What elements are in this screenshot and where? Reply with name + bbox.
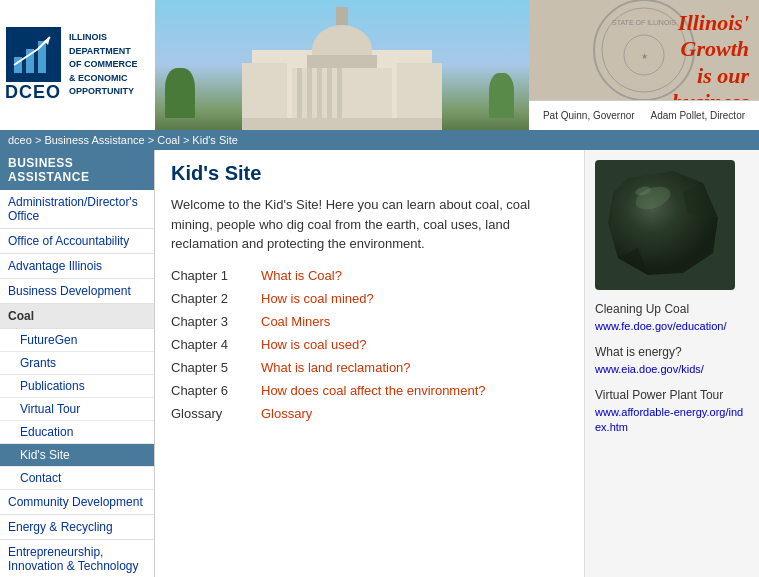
governor-label: Pat Quinn, Governor — [543, 110, 635, 121]
chapter-row-1: Chapter 1 What is Coal? — [171, 268, 568, 283]
resource-3-label: Virtual Power Plant Tour — [595, 388, 749, 402]
dceo-acronym: DCEO — [5, 82, 61, 103]
svg-text:STATE OF ILLINOIS: STATE OF ILLINOIS — [612, 19, 676, 26]
coal-svg — [598, 163, 733, 288]
chapter-2-label: Chapter 2 — [171, 291, 261, 306]
sidebar-item-admin[interactable]: Administration/Director's Office — [0, 190, 154, 229]
director-label: Adam Pollet, Director — [651, 110, 745, 121]
resource-1-link[interactable]: www.fe.doe.gov/education/ — [595, 320, 726, 332]
sidebar-item-coal[interactable]: Coal — [0, 304, 154, 329]
sidebar-item-advantage[interactable]: Advantage Illinois — [0, 254, 154, 279]
chapter-3-label: Chapter 3 — [171, 314, 261, 329]
breadcrumb-bar: dceo > Business Assistance > Coal > Kid'… — [0, 130, 759, 150]
chapter-row-5: Chapter 5 What is land reclamation? — [171, 360, 568, 375]
sidebar-item-energy-recycling[interactable]: Energy & Recycling — [0, 515, 154, 540]
glossary-row: Glossary Glossary — [171, 406, 568, 421]
chapter-5-link[interactable]: What is land reclamation? — [261, 360, 411, 375]
header-right-panel: STATE OF ILLINOIS ★ Illinois' Growth is … — [529, 0, 759, 130]
chapter-3-link[interactable]: Coal Miners — [261, 314, 330, 329]
chapter-6-link[interactable]: How does coal affect the environment? — [261, 383, 486, 398]
page-title: Kid's Site — [171, 162, 568, 185]
sidebar-subitem-contact[interactable]: Contact — [0, 467, 154, 490]
dceo-logo-icon — [6, 27, 61, 82]
svg-text:★: ★ — [641, 52, 648, 61]
sidebar-subitem-kids-site[interactable]: Kid's Site — [0, 444, 154, 467]
chapter-4-label: Chapter 4 — [171, 337, 261, 352]
chapters-list: Chapter 1 What is Coal? Chapter 2 How is… — [171, 268, 568, 421]
sidebar-title: BUSINESS ASSISTANCE — [0, 150, 154, 190]
chapter-5-label: Chapter 5 — [171, 360, 261, 375]
resource-3-link[interactable]: www.affordable-energy.org/index.htm — [595, 406, 743, 433]
resource-cleaning-coal: Cleaning Up Coal www.fe.doe.gov/educatio… — [595, 302, 749, 333]
chapter-2-link[interactable]: How is coal mined? — [261, 291, 374, 306]
chapter-row-2: Chapter 2 How is coal mined? — [171, 291, 568, 306]
chapter-1-label: Chapter 1 — [171, 268, 261, 283]
resource-what-is-energy: What is energy? www.eia.doe.gov/kids/ — [595, 345, 749, 376]
org-name: ILLINOIS DEPARTMENT OF COMMERCE & ECONOM… — [69, 31, 138, 99]
breadcrumb: dceo > Business Assistance > Coal > Kid'… — [8, 134, 238, 146]
chapter-row-6: Chapter 6 How does coal affect the envir… — [171, 383, 568, 398]
glossary-link[interactable]: Glossary — [261, 406, 312, 421]
main-content: Kid's Site Welcome to the Kid's Site! He… — [155, 150, 584, 577]
sidebar-item-accountability[interactable]: Office of Accountability — [0, 229, 154, 254]
resource-1-label: Cleaning Up Coal — [595, 302, 749, 316]
sidebar-item-community-dev[interactable]: Community Development — [0, 490, 154, 515]
chapter-4-link[interactable]: How is coal used? — [261, 337, 367, 352]
logo-area: DCEO ILLINOIS DEPARTMENT OF COMMERCE & E… — [0, 0, 155, 130]
sidebar-subitem-publications[interactable]: Publications — [0, 375, 154, 398]
sidebar-subitem-virtual-tour[interactable]: Virtual Tour — [0, 398, 154, 421]
chapter-row-3: Chapter 3 Coal Miners — [171, 314, 568, 329]
resource-virtual-tour: Virtual Power Plant Tour www.affordable-… — [595, 388, 749, 434]
resource-2-label: What is energy? — [595, 345, 749, 359]
sidebar-item-entrepreneurship[interactable]: Entrepreneurship, Innovation & Technolog… — [0, 540, 154, 577]
resource-2-link[interactable]: www.eia.doe.gov/kids/ — [595, 363, 704, 375]
chapter-1-link[interactable]: What is Coal? — [261, 268, 342, 283]
coal-image — [595, 160, 735, 290]
glossary-label: Glossary — [171, 406, 261, 421]
header-image — [155, 0, 529, 130]
sidebar-subitem-education[interactable]: Education — [0, 421, 154, 444]
intro-text: Welcome to the Kid's Site! Here you can … — [171, 195, 568, 254]
chapter-6-label: Chapter 6 — [171, 383, 261, 398]
right-panel: Cleaning Up Coal www.fe.doe.gov/educatio… — [584, 150, 759, 577]
sidebar-subitem-grants[interactable]: Grants — [0, 352, 154, 375]
sidebar-item-business-dev[interactable]: Business Development — [0, 279, 154, 304]
chapter-row-4: Chapter 4 How is coal used? — [171, 337, 568, 352]
sidebar: BUSINESS ASSISTANCE Administration/Direc… — [0, 150, 155, 577]
sidebar-subitem-futuregen[interactable]: FutureGen — [0, 329, 154, 352]
